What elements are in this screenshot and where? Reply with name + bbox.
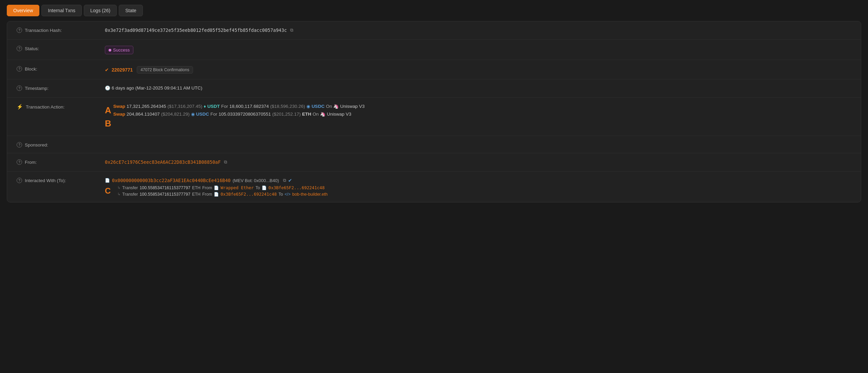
transfer-amount-1: 100.558534716115377797 xyxy=(139,185,190,190)
clock-icon: 🕐 xyxy=(105,85,110,91)
tab-bar: Overview Internal Txns Logs (26) State xyxy=(0,0,868,21)
transfer-rows: ↳ Transfer 100.558534716115377797 ETH Fr… xyxy=(113,185,327,197)
help-icon-sponsored: ? xyxy=(17,142,22,148)
transfer-to-label-1: To xyxy=(256,185,260,190)
amount1-b: 204,864.110407 xyxy=(127,112,160,117)
action-line-b: Swap 204,864.110407 ($204,821.29) ◉ USDC… xyxy=(113,112,365,117)
row-interacted-with: ? Interacted With (To): 📄 0x000000000003… xyxy=(7,172,861,202)
transfer-unit-1: ETH xyxy=(192,185,201,190)
transfer-from-addr-1[interactable]: Wrapped Ether xyxy=(221,185,254,190)
doc-icon-interacted: 📄 xyxy=(105,178,110,183)
action-letter-a: A xyxy=(105,104,111,117)
transaction-card: ? Transaction Hash: 0x3e72f3ad09d87149ce… xyxy=(7,21,861,202)
label-status: ? Status: xyxy=(17,45,105,51)
transfer-label-2: Transfer xyxy=(122,192,138,197)
row-timestamp: ? Timestamp: 🕐 6 days ago (Mar-12-2025 0… xyxy=(7,79,861,98)
value-timestamp: 🕐 6 days ago (Mar-12-2025 09:04:11 AM UT… xyxy=(105,85,851,91)
copy-from-icon[interactable]: ⧉ xyxy=(224,159,227,165)
confirmations-badge: 47072 Block Confirmations xyxy=(137,66,193,74)
status-badge: Success xyxy=(105,46,133,54)
mev-text: (MEV Bot: 0x000...B40) xyxy=(233,178,279,183)
label-block: ? Block: xyxy=(17,65,105,72)
on-b: On xyxy=(313,112,319,117)
row-from: ? From: 0x26cE7c1976C5eec83eA6AC22D83cB3… xyxy=(7,153,861,172)
on-a: On xyxy=(326,104,332,109)
help-icon-timestamp: ? xyxy=(17,85,22,91)
block-check-icon: ✔ xyxy=(105,67,109,73)
for-a: For xyxy=(221,104,228,109)
transfer-to-addr-2[interactable]: bob-the-builder.eth xyxy=(292,192,327,197)
usd2-b: ($201,252.17) xyxy=(272,112,301,117)
tab-overview[interactable]: Overview xyxy=(7,5,39,16)
label-timestamp: ? Timestamp: xyxy=(17,85,105,91)
help-icon-interacted: ? xyxy=(17,178,22,183)
value-transaction-hash: 0x3e72f3ad09d87149ce372e5f35eeb8012fed05… xyxy=(105,27,851,33)
row-transaction-hash: ? Transaction Hash: 0x3e72f3ad09d87149ce… xyxy=(7,21,861,40)
from-address[interactable]: 0x26cE7c1976C5eec83eA6AC22D83cB341B08850… xyxy=(105,159,221,165)
uniswap-icon-b: 🦄 xyxy=(320,112,325,117)
transfer-arrow-1: ↳ xyxy=(117,185,120,190)
transfer-unit-2: ETH xyxy=(192,192,201,197)
transfer-label-1: Transfer xyxy=(122,185,138,190)
bob-code-icon: </> xyxy=(285,192,290,197)
interacted-main-row: 📄 0x000000000003b3cc22aF3AE1EAc0440BcEe4… xyxy=(105,178,292,183)
token-usdt-a: USDT xyxy=(207,104,220,109)
row-block: ? Block: ✔ 22029771 47072 Block Confirma… xyxy=(7,60,861,79)
help-icon-from: ? xyxy=(17,159,22,165)
tab-state[interactable]: State xyxy=(119,5,143,16)
action-line-a: Swap 17,321,265.264345 ($17,316,207.45) … xyxy=(113,104,365,109)
value-block: ✔ 22029771 47072 Block Confirmations xyxy=(105,65,851,74)
action-lines: Swap 17,321,265.264345 ($17,316,207.45) … xyxy=(113,104,365,117)
tab-internal-txns[interactable]: Internal Txns xyxy=(41,5,82,16)
transfer-amount-2: 100.558534716115377797 xyxy=(139,192,190,197)
row-sponsored: ? Sponsored: xyxy=(7,136,861,153)
action-wrapper: A B Swap 17,321,265.264345 ($17,316,207.… xyxy=(105,104,364,130)
action-letter-c: C xyxy=(105,185,111,197)
timestamp-value: 6 days ago (Mar-12-2025 09:04:11 AM UTC) xyxy=(112,85,202,91)
usd1-b: ($204,821.29) xyxy=(161,112,190,117)
token-eth-b: ETH xyxy=(302,112,311,117)
action-letters-col: A B xyxy=(105,104,111,130)
block-number[interactable]: 22029771 xyxy=(112,67,133,73)
uniswap-a: Uniswap V3 xyxy=(340,104,364,109)
transfer-to-addr-1[interactable]: 0x3Bfe65F2...692241c48 xyxy=(268,185,325,190)
label-interacted-with: ? Interacted With (To): xyxy=(17,177,105,183)
value-sponsored xyxy=(105,141,851,142)
transfer-to-label-2: To xyxy=(279,192,283,197)
swap-label-a: Swap xyxy=(113,104,125,109)
amount2-a: 18,600,117.682374 xyxy=(229,104,269,109)
usdt-gem-icon: ♦ xyxy=(204,104,206,109)
label-sponsored: ? Sponsored: xyxy=(17,141,105,148)
amount1-a: 17,321,265.264345 xyxy=(127,104,166,109)
copy-hash-icon[interactable]: ⧉ xyxy=(290,27,293,33)
transfer-from-label-2: From xyxy=(202,192,212,197)
help-icon-block: ? xyxy=(17,66,22,72)
usdc-coin-icon-b: ◉ xyxy=(191,112,195,117)
row-status: ? Status: Success xyxy=(7,40,861,60)
usd2-a: ($18,596,230.26) xyxy=(270,104,305,109)
token-usdc-b: USDC xyxy=(196,112,209,117)
label-transaction-action: ⚡ Transaction Action: xyxy=(17,103,105,110)
uniswap-b: Uniswap V3 xyxy=(327,112,351,117)
transfer-row-2: ↳ Transfer 100.558534716115377797 ETH Fr… xyxy=(113,192,327,197)
doc-icon-from-2: 📄 xyxy=(214,192,219,197)
uniswap-icon-a: 🦄 xyxy=(333,104,339,109)
row-transaction-action: ⚡ Transaction Action: A B Swap 17,321,26… xyxy=(7,98,861,136)
usd1-a: ($17,316,207.45) xyxy=(167,104,202,109)
transfer-row-1: ↳ Transfer 100.558534716115377797 ETH Fr… xyxy=(113,185,327,190)
doc-icon-to-1: 📄 xyxy=(262,185,267,190)
transfer-from-addr-2[interactable]: 0x3Bfe65F2...692241c48 xyxy=(221,192,277,197)
value-status: Success xyxy=(105,45,851,54)
status-dot xyxy=(109,49,111,52)
interacted-address[interactable]: 0x000000000003b3cc22aF3AE1EAc0440BcEe416… xyxy=(112,178,231,183)
copy-interacted-icon[interactable]: ⧉ xyxy=(283,178,286,183)
verified-icon: ✔ xyxy=(288,178,292,183)
tab-logs[interactable]: Logs (26) xyxy=(84,5,117,16)
amount2-b: 105.03339720806370551 xyxy=(219,112,271,117)
help-icon-hash: ? xyxy=(17,27,22,33)
label-transaction-hash: ? Transaction Hash: xyxy=(17,27,105,33)
value-transaction-action: A B Swap 17,321,265.264345 ($17,316,207.… xyxy=(105,103,851,130)
action-letter-b: B xyxy=(105,117,111,130)
help-icon-status: ? xyxy=(17,46,22,51)
value-from: 0x26cE7c1976C5eec83eA6AC22D83cB341B08850… xyxy=(105,159,851,165)
